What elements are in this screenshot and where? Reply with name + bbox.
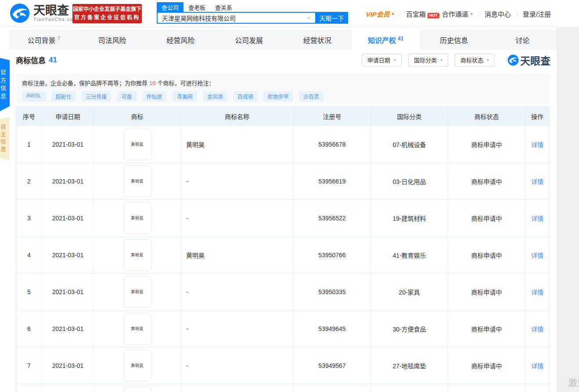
nav-message-center[interactable]: 消息中心 (479, 9, 517, 18)
tab-intellectual-property[interactable]: 知识产权41 (352, 30, 420, 50)
tab-operating-risk[interactable]: 经营风险 (147, 30, 215, 50)
status-cell: 商标申请中 (448, 347, 525, 384)
header-nav: VIP会员 ▾ 百宝箱 ▾ HOT 合作通道 ▾ 消息中心 登录/注册 (360, 0, 557, 27)
nav-vip[interactable]: VIP会员 ▾ (360, 9, 400, 18)
action-cell: 详情 (525, 237, 549, 273)
action-cell: 详情 (525, 273, 549, 310)
name-cell: - (181, 310, 294, 347)
top-bar: 天眼查 TianYanCha.com 国家中小企业发展子基金旗下 官方备案企业征… (0, 0, 579, 27)
tab-discussion[interactable]: 讨论 (488, 30, 557, 50)
logo-domain-text: TianYanCha.com (33, 17, 78, 22)
ribbon-official-info[interactable]: 官方信息 (0, 57, 10, 113)
status-cell (448, 384, 525, 392)
recommend-tag[interactable]: 沙百灵 (299, 91, 324, 101)
tianyancha-logo[interactable]: 天眼查 TianYanCha.com (10, 3, 78, 23)
recommend-text: 商标注册，企业必备，保护品牌不再等；为你推荐10个商标，可进行抢注： (22, 79, 543, 87)
recommend-tag[interactable]: 金凤颂 (203, 91, 227, 101)
search-input-wrap: × (157, 12, 315, 24)
name-cell (181, 384, 294, 392)
tab-history-info[interactable]: 历史信息 (420, 30, 489, 50)
trademark-image[interactable]: 黄明昊 (123, 276, 151, 308)
detail-link[interactable]: 详情 (531, 361, 543, 370)
recommend-tag[interactable]: 可盘 (117, 91, 137, 101)
filter-apply-date[interactable]: 申请日期 ▾ (362, 54, 402, 67)
trademark-image-cell: 黄明昊 (94, 200, 181, 236)
clear-icon[interactable]: × (307, 14, 311, 22)
column-header-apply-date: 申请日期 (42, 107, 94, 126)
table-row: 7 2021-03-01 黄明昊 - 53949567 27-地毯席垫 商标申请… (16, 347, 549, 384)
section-header-row: 商标信息 41 申请日期 ▾ 国际分类 ▾ 商标状态 ▾ (0, 50, 557, 70)
reg-number-cell: 53950335 (294, 273, 371, 310)
tab-label: 讨论 (515, 35, 529, 45)
trademark-image[interactable]: 黄明昊 (123, 239, 151, 271)
date-cell: 2021-03-01 (42, 310, 94, 347)
tab-judicial-risk[interactable]: 司法风险 (78, 30, 147, 50)
trademark-image-text: 黄明昊 (131, 326, 144, 331)
tab-operating-status[interactable]: 经营状况 (283, 30, 352, 50)
nav-cooperation[interactable]: 合作通道 ▾ (436, 9, 478, 18)
trademark-image[interactable]: 黄明昊 (123, 202, 151, 234)
trademark-image[interactable] (123, 387, 151, 392)
search-tab-relation[interactable]: 查关系 (210, 2, 237, 12)
reg-number-cell: 53956678 (294, 126, 371, 162)
search-tab-company[interactable]: 查公司 (157, 2, 183, 12)
detail-link[interactable]: 详情 (531, 177, 543, 186)
recommend-tag[interactable]: AWSL (22, 91, 46, 101)
detail-link[interactable]: 详情 (531, 214, 543, 223)
status-cell: 商标申请中 (448, 237, 525, 273)
detail-link[interactable]: 详情 (531, 324, 543, 333)
status-cell: 商标申请中 (448, 273, 525, 310)
logo-text: 天眼查 TianYanCha.com (33, 4, 78, 22)
date-cell: 2021-03-01 (42, 163, 94, 199)
tab-label: 经营风险 (166, 35, 194, 45)
status-cell: 商标申请中 (448, 126, 525, 162)
status-cell: 商标申请中 (448, 200, 525, 236)
trademark-image-text: 黄明昊 (131, 252, 144, 258)
search-button[interactable]: 天眼一下 (315, 12, 348, 24)
serial-cell (16, 384, 42, 392)
intl-class-cell (371, 384, 448, 392)
caret-down-icon: ▾ (394, 58, 396, 62)
column-header-intl-class: 国际分类 (371, 107, 448, 126)
tab-company-development[interactable]: 公司发展 (215, 30, 283, 50)
tab-company-background[interactable]: 公司背景7 (10, 30, 78, 50)
brand-watermark: 天眼查 (507, 53, 550, 68)
nav-login-register[interactable]: 登录/注册 (517, 9, 557, 18)
tab-label: 历史信息 (440, 35, 468, 45)
recommend-tag[interactable]: 百成钢 (233, 91, 258, 101)
recommend-tag[interactable]: 三分热度 (82, 91, 111, 101)
trademark-image-cell: 黄明昊 (94, 237, 181, 273)
brand-watermark-text: 天眼查 (520, 53, 550, 68)
detail-link[interactable]: 详情 (531, 251, 543, 259)
tab-label: 经营状况 (303, 35, 331, 45)
filter-trademark-status[interactable]: 商标状态 ▾ (455, 54, 495, 67)
nav-treasure-box[interactable]: 百宝箱 ▾ HOT (400, 9, 436, 18)
detail-link[interactable]: 详情 (531, 288, 543, 296)
section-count: 41 (49, 56, 57, 65)
recommend-tag[interactable]: 超能仕 (51, 91, 76, 101)
ribbon-self-info[interactable]: 自主信息 (0, 117, 10, 161)
trademark-image[interactable]: 黄明昊 (123, 165, 151, 197)
recommend-tag[interactable]: 射炮步甲 (263, 91, 293, 101)
search-input[interactable] (157, 12, 315, 24)
trademark-image-text: 黄明昊 (131, 289, 144, 295)
search-tab-boss[interactable]: 查老板 (183, 2, 210, 12)
filter-intl-class[interactable]: 国际分类 ▾ (408, 54, 448, 67)
trademark-image-cell: 黄明昊 (94, 126, 181, 162)
reg-number-cell (294, 384, 371, 392)
trademark-image-cell: 黄明昊 (94, 273, 181, 310)
recommend-tag[interactable]: 寻美网 (173, 91, 197, 101)
nav-vip-label: VIP会员 (366, 9, 390, 18)
detail-link[interactable]: 详情 (531, 140, 543, 149)
trademark-image-text: 黄明昊 (131, 215, 144, 221)
trademark-image[interactable]: 黄明昊 (123, 350, 151, 381)
trademark-image[interactable]: 黄明昊 (123, 129, 151, 160)
intl-class-cell: 03-日化用品 (371, 163, 448, 199)
serial-cell: 7 (16, 347, 42, 384)
os-activation-watermark: 激活 (568, 375, 579, 388)
trademark-image[interactable]: 黄明昊 (123, 313, 151, 345)
date-cell: 2021-03-01 (42, 273, 94, 310)
recommend-tag[interactable]: 伴仙居 (142, 91, 167, 101)
name-cell: - (181, 200, 294, 236)
status-cell: 商标申请中 (448, 310, 525, 347)
